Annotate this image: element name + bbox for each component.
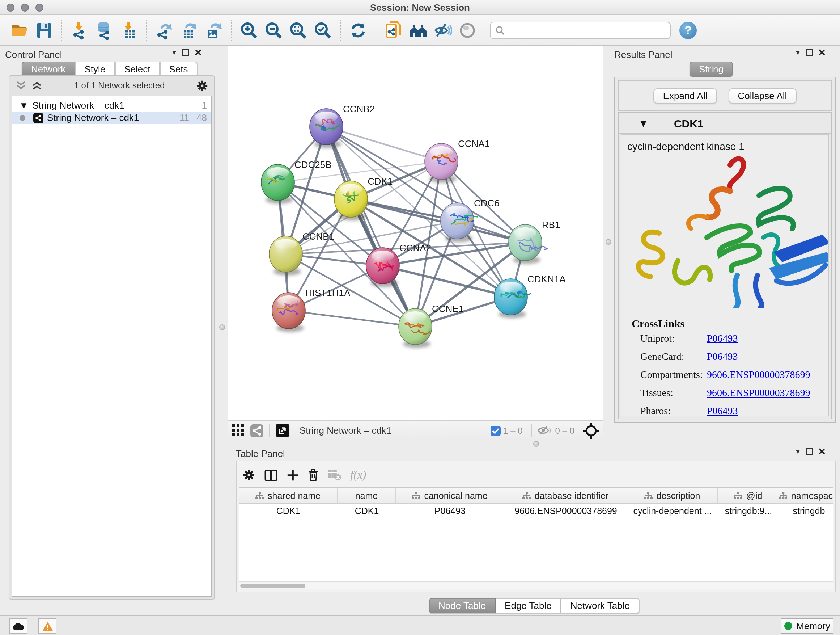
close-panel-icon[interactable]: ✕ (818, 448, 826, 455)
zoom-fit-icon[interactable] (287, 19, 309, 41)
crosslink-link[interactable]: 9606.ENSP00000378699 (707, 369, 810, 381)
network-node-HIST1H1A[interactable] (272, 293, 305, 332)
table-cell[interactable]: 9606.ENSP00000378699 (504, 504, 627, 518)
network-node-RB1[interactable] (508, 225, 548, 264)
column-header-description[interactable]: description (627, 488, 718, 503)
import-network-database-icon[interactable] (93, 19, 115, 41)
network-node-CDC25B[interactable] (261, 165, 294, 204)
tab-string[interactable]: String (690, 62, 733, 77)
zoom-selected-icon[interactable] (312, 19, 333, 41)
grid-view-icon[interactable] (232, 424, 245, 437)
selected-checkbox-icon[interactable] (490, 425, 500, 435)
zoom-out-icon[interactable] (263, 19, 284, 41)
export-network-icon[interactable] (153, 19, 175, 41)
crosslink-link[interactable]: P06493 (707, 351, 738, 363)
network-node-CDKN1A[interactable] (494, 279, 531, 318)
panel-menu-icon[interactable]: ▾ (796, 447, 800, 456)
export-image-icon[interactable] (202, 19, 224, 41)
crosslink-link[interactable]: 9606.ENSP00000378699 (707, 387, 810, 399)
right-splitter-handle[interactable] (606, 239, 611, 245)
home-icon[interactable] (407, 19, 429, 41)
left-splitter-handle[interactable] (219, 325, 225, 330)
show-columns-icon[interactable] (264, 469, 278, 481)
float-panel-icon[interactable] (182, 49, 188, 56)
tab-style[interactable]: Style (75, 62, 115, 77)
close-panel-icon[interactable]: ✕ (194, 49, 202, 56)
export-table-icon[interactable] (178, 19, 200, 41)
network-share-view-icon[interactable] (250, 424, 264, 437)
import-network-file-icon[interactable] (69, 19, 90, 41)
float-panel-icon[interactable] (806, 49, 812, 56)
birdseye-view-icon[interactable] (456, 19, 478, 41)
network-node-CCNE1[interactable] (399, 309, 432, 348)
network-node-CCNB2[interactable] (309, 109, 343, 148)
column-header-database-identifier[interactable]: database identifier (504, 488, 627, 503)
network-edge[interactable] (326, 127, 441, 162)
cloud-status-button[interactable] (9, 618, 27, 633)
table-cell[interactable]: stringdb:9... (718, 504, 779, 518)
network-node-CDC6[interactable] (441, 203, 477, 242)
tab-node-table[interactable]: Node Table (429, 598, 495, 613)
warnings-button[interactable] (38, 618, 57, 633)
network-options-gear-icon[interactable] (196, 79, 208, 92)
network-tree-item-row[interactable]: String Network – cdk1 11 48 (12, 111, 211, 124)
network-tree-root-row[interactable]: ▼ String Network – cdk1 1 (12, 99, 211, 111)
network-node-CDK1[interactable] (334, 181, 368, 220)
float-panel-icon[interactable] (806, 448, 812, 455)
table-cell[interactable]: cyclin-dependent ... (627, 504, 718, 518)
table-cell[interactable]: CDK1 (239, 504, 338, 518)
zoom-in-icon[interactable] (238, 19, 260, 41)
table-cell[interactable]: stringdb (779, 504, 833, 518)
collapse-all-networks-icon[interactable] (15, 80, 27, 90)
column-header--id[interactable]: @id (718, 488, 779, 503)
close-panel-icon[interactable]: ✕ (818, 49, 826, 56)
network-node-CCNB1[interactable] (269, 236, 302, 276)
crosslink-link[interactable]: P06493 (707, 333, 738, 345)
panel-menu-icon[interactable]: ▾ (172, 48, 176, 57)
column-header-canonical-name[interactable]: canonical name (396, 488, 504, 503)
open-session-icon[interactable] (9, 19, 30, 41)
expand-all-button[interactable]: Expand All (654, 88, 717, 103)
table-row[interactable]: CDK1CDK1P064939606.ENSP00000378699cyclin… (239, 504, 833, 518)
gene-description: cyclin-dependent kinase 1 (622, 135, 829, 152)
delete-column-icon[interactable] (308, 469, 319, 481)
column-header-name[interactable]: name (338, 488, 396, 503)
collapse-all-button[interactable]: Collapse All (729, 88, 797, 103)
save-session-icon[interactable] (33, 19, 55, 41)
gene-section-header[interactable]: ▼ CDK1 (619, 113, 831, 134)
tab-select[interactable]: Select (115, 62, 159, 77)
crosslink-link[interactable]: P06493 (707, 405, 738, 416)
add-column-icon[interactable] (286, 469, 299, 481)
search-field[interactable] (490, 21, 671, 39)
network-canvas[interactable]: CCNB2CCNA1CDC25BCDK1CDC6RB1CCNB1CCNA2CDK… (228, 46, 603, 420)
horizontal-splitter-handle[interactable] (533, 441, 539, 447)
hidden-eye-icon[interactable] (538, 425, 553, 436)
table-cell[interactable]: P06493 (396, 504, 504, 518)
expand-all-networks-icon[interactable] (31, 80, 43, 90)
tab-network[interactable]: Network (22, 62, 75, 77)
column-header-shared-name[interactable]: shared name (239, 488, 338, 503)
hide-graphics-details-icon[interactable] (432, 19, 454, 41)
detach-view-icon[interactable] (276, 424, 289, 437)
network-node-CCNA1[interactable] (425, 143, 458, 183)
tab-edge-table[interactable]: Edge Table (495, 598, 561, 613)
tab-network-table[interactable]: Network Table (561, 598, 639, 613)
tab-sets[interactable]: Sets (159, 62, 197, 77)
share-document-icon[interactable] (383, 19, 404, 41)
table-cell[interactable]: CDK1 (338, 504, 396, 518)
memory-button[interactable]: Memory (781, 618, 834, 633)
panel-menu-icon[interactable]: ▾ (796, 48, 800, 57)
scrollbar-thumb[interactable] (240, 584, 305, 588)
fit-selected-crosshair-icon[interactable] (583, 423, 599, 439)
results-panel-header: Results Panel (614, 48, 672, 61)
tree-expand-icon[interactable]: ▼ (21, 101, 27, 109)
table-horizontal-scrollbar[interactable] (239, 581, 833, 589)
network-edge[interactable] (289, 310, 415, 326)
help-icon[interactable]: ? (679, 21, 697, 39)
search-input[interactable] (505, 24, 666, 36)
collapse-section-icon[interactable]: ▼ (640, 119, 646, 128)
refresh-view-icon[interactable] (347, 19, 369, 41)
table-options-gear-icon[interactable] (242, 469, 256, 481)
column-header-namespace[interactable]: namespace (779, 488, 833, 503)
import-table-icon[interactable] (118, 19, 140, 41)
